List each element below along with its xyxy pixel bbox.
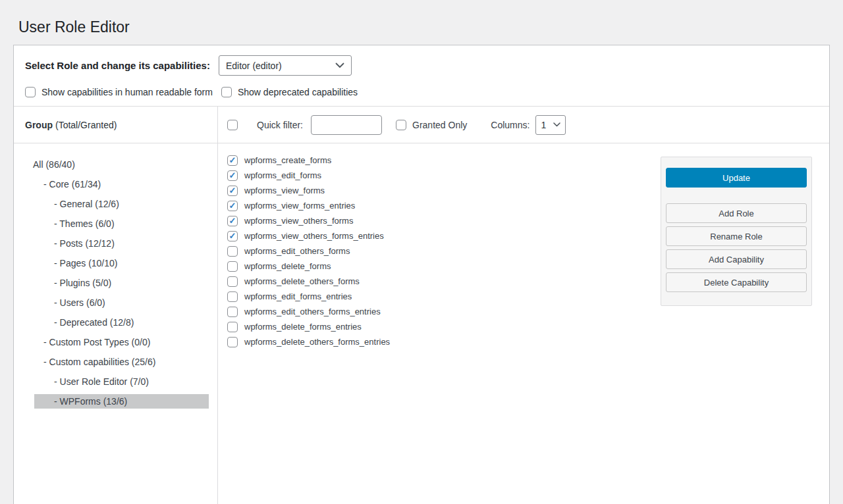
tree-item[interactable]: - Custom Post Types (0/0) [14, 332, 217, 352]
columns-select[interactable]: 1 [535, 115, 566, 135]
capability-label: wpforms_edit_forms [244, 170, 321, 180]
capability-row[interactable]: wpforms_delete_others_forms [227, 274, 653, 289]
chevron-down-icon [335, 63, 344, 68]
capability-label: wpforms_view_forms [244, 186, 325, 195]
capability-label: wpforms_edit_forms_entries [244, 291, 352, 301]
capability-row[interactable]: wpforms_view_others_forms_entries [227, 228, 653, 243]
tree-item[interactable]: - Themes (6/0) [14, 214, 217, 234]
display-options-row: Show capabilities in human readable form… [25, 87, 816, 97]
tree-item[interactable]: - Custom capabilities (25/6) [14, 352, 217, 372]
capability-checkbox[interactable] [227, 276, 238, 287]
panel-body: Group (Total/Granted) All (86/40)- Core … [14, 107, 829, 504]
capability-row[interactable]: wpforms_create_forms [227, 153, 653, 168]
filter-bar: Quick filter: Granted Only Columns: 1 [218, 107, 829, 143]
show-deprecated-label: Show deprecated capabilities [238, 87, 358, 97]
capability-row[interactable]: wpforms_edit_forms [227, 168, 653, 183]
quick-filter-input[interactable] [311, 115, 382, 135]
tree-item[interactable]: - Plugins (5/0) [14, 273, 217, 293]
capabilities-list: wpforms_create_formswpforms_edit_formswp… [227, 153, 653, 349]
group-header: Group (Total/Granted) [14, 107, 217, 143]
capability-label: wpforms_delete_others_forms [244, 276, 360, 286]
main-panel: Select Role and change its capabilities:… [13, 45, 830, 504]
tree-item[interactable]: - Posts (12/12) [14, 234, 217, 253]
capability-checkbox[interactable] [227, 155, 238, 166]
capability-checkbox[interactable] [227, 337, 238, 347]
capability-label: wpforms_view_others_forms [244, 216, 353, 226]
show-deprecated-option[interactable]: Show deprecated capabilities [221, 87, 358, 97]
capability-label: wpforms_view_others_forms_entries [244, 231, 384, 241]
role-select[interactable]: Editor (editor) [219, 55, 352, 76]
capability-label: wpforms_delete_forms [244, 261, 331, 271]
capability-checkbox[interactable] [227, 261, 238, 272]
capability-row[interactable]: wpforms_view_forms_entries [227, 198, 653, 213]
update-button[interactable]: Update [666, 168, 807, 188]
quick-filter-label: Quick filter: [257, 120, 303, 130]
tree-item[interactable]: - Pages (10/10) [14, 253, 217, 273]
capability-row[interactable]: wpforms_edit_others_forms_entries [227, 304, 653, 319]
capability-label: wpforms_create_forms [244, 155, 331, 165]
columns-select-value: 1 [541, 120, 546, 130]
capability-checkbox[interactable] [227, 216, 238, 226]
capability-row[interactable]: wpforms_delete_forms [227, 259, 653, 274]
show-human-readable-checkbox[interactable] [25, 87, 36, 97]
capability-checkbox[interactable] [227, 246, 238, 257]
role-selector-section: Select Role and change its capabilities:… [14, 45, 829, 97]
select-all-checkbox[interactable] [227, 120, 238, 130]
capability-row[interactable]: wpforms_delete_forms_entries [227, 319, 653, 334]
role-select-value: Editor (editor) [226, 61, 282, 71]
capability-checkbox[interactable] [227, 186, 238, 196]
rename-role-button[interactable]: Rename Role [666, 226, 807, 246]
show-deprecated-checkbox[interactable] [221, 87, 232, 97]
capability-checkbox[interactable] [227, 231, 238, 241]
tree-item[interactable]: - WPForms (13/6) [34, 394, 209, 409]
page-title: User Role Editor [0, 0, 843, 45]
add-capability-button[interactable]: Add Capability [666, 249, 807, 269]
group-tree: All (86/40)- Core (61/34)- General (12/6… [14, 143, 217, 411]
capability-label: wpforms_edit_others_forms [244, 246, 350, 256]
delete-capability-button[interactable]: Delete Capability [666, 272, 807, 292]
capability-row[interactable]: wpforms_edit_others_forms [227, 243, 653, 259]
content-row: wpforms_create_formswpforms_edit_formswp… [218, 143, 829, 504]
capability-checkbox[interactable] [227, 322, 238, 332]
add-role-button[interactable]: Add Role [666, 203, 807, 223]
granted-only-label: Granted Only [412, 120, 467, 130]
capabilities-column: Quick filter: Granted Only Columns: 1 wp… [218, 107, 829, 504]
group-header-suffix: (Total/Granted) [55, 120, 117, 130]
capability-label: wpforms_edit_others_forms_entries [244, 307, 381, 316]
tree-item[interactable]: - User Role Editor (7/0) [14, 372, 217, 391]
capability-checkbox[interactable] [227, 307, 238, 317]
tree-item[interactable]: - Deprecated (12/8) [14, 313, 217, 332]
chevron-down-icon [553, 122, 560, 127]
capability-row[interactable]: wpforms_delete_others_forms_entries [227, 334, 653, 349]
capability-label: wpforms_delete_forms_entries [244, 322, 362, 332]
capability-row[interactable]: wpforms_view_forms [227, 183, 653, 198]
groups-column: Group (Total/Granted) All (86/40)- Core … [14, 107, 218, 504]
show-human-readable-label: Show capabilities in human readable form [41, 87, 213, 97]
granted-only-option[interactable]: Granted Only [396, 120, 467, 130]
capability-label: wpforms_delete_others_forms_entries [244, 337, 390, 347]
actions-panel: Update Add Role Rename Role Add Capabili… [661, 157, 812, 306]
group-header-label: Group [25, 120, 53, 130]
capability-label: wpforms_view_forms_entries [244, 201, 355, 211]
page: User Role Editor Select Role and change … [0, 0, 843, 504]
tree-item[interactable]: - Core (61/34) [14, 174, 217, 194]
granted-only-checkbox[interactable] [396, 120, 406, 130]
tree-item[interactable]: All (86/40) [14, 155, 217, 174]
capability-row[interactable]: wpforms_view_others_forms [227, 213, 653, 228]
tree-item[interactable]: - General (12/6) [14, 194, 217, 214]
capability-row[interactable]: wpforms_edit_forms_entries [227, 289, 653, 304]
select-role-label: Select Role and change its capabilities: [25, 60, 210, 71]
capability-checkbox[interactable] [227, 201, 238, 211]
capability-checkbox[interactable] [227, 170, 238, 181]
tree-item[interactable]: - Users (6/0) [14, 293, 217, 313]
capability-checkbox[interactable] [227, 291, 238, 302]
show-human-readable-option[interactable]: Show capabilities in human readable form [25, 87, 213, 97]
columns-label: Columns: [491, 120, 530, 130]
